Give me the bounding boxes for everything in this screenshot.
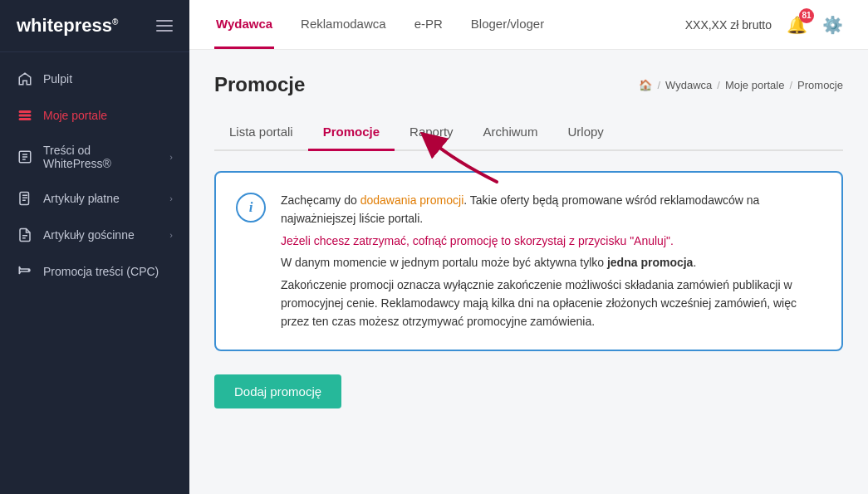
sidebar-item-label: Promocja treści (CPC): [43, 265, 159, 278]
topnav-epr[interactable]: e-PR: [413, 0, 444, 49]
settings-icon[interactable]: ⚙️: [822, 15, 843, 35]
sidebar-logo: whitepress®: [0, 0, 189, 52]
sidebar-item-label: Artykuły gościnne: [43, 228, 135, 242]
sidebar-item-label: Pulpit: [43, 72, 72, 86]
edit-icon: [17, 149, 33, 165]
breadcrumb-moje-portale[interactable]: Moje portale: [725, 79, 785, 91]
hamburger-menu[interactable]: [156, 20, 173, 32]
sidebar-item-pulpit[interactable]: Pulpit: [0, 61, 189, 97]
document2-icon: [17, 227, 33, 243]
notification-button[interactable]: 🔔 81: [787, 15, 807, 35]
add-promo-button[interactable]: Dodaj promocję: [214, 374, 341, 408]
info-highlight-dodawania: dodawania promocji: [360, 193, 464, 207]
sidebar-item-moje-portale[interactable]: Moje portale: [0, 97, 189, 134]
svg-rect-2: [19, 119, 31, 120]
info-i-letter: i: [249, 199, 253, 216]
info-box: i Zachęcamy do dodawania promocji. Takie…: [214, 171, 843, 351]
info-line-2: Jeżeli chcesz zatrzymać, cofnąć promocję…: [281, 232, 821, 250]
sidebar-item-label: Moje portale: [43, 109, 107, 122]
top-nav: Wydawca Reklamodawca e-PR Bloger/vloger …: [189, 0, 868, 50]
breadcrumb-wydawca[interactable]: Wydawca: [665, 79, 712, 91]
topnav-right: XXX,XX zł brutto 🔔 81 ⚙️: [685, 15, 843, 35]
main-content: Wydawca Reklamodawca e-PR Bloger/vloger …: [189, 0, 868, 494]
topnav-links: Wydawca Reklamodawca e-PR Bloger/vloger: [214, 0, 546, 49]
sidebar-item-artykuly-platne[interactable]: Artykuły płatne ›: [0, 180, 189, 217]
sidebar-item-tresci[interactable]: Treści od WhitePress® ›: [0, 134, 189, 180]
notification-badge: 81: [799, 8, 814, 23]
megaphone-icon: [17, 263, 33, 280]
info-bold-jedna: jedna promocja: [607, 256, 693, 269]
topnav-bloger[interactable]: Bloger/vloger: [469, 0, 546, 49]
sidebar-nav: Pulpit Moje portale Treści od WhitePress…: [0, 52, 189, 494]
info-line-4: Zakończenie promocji oznacza wyłącznie z…: [281, 276, 821, 331]
tabs-container: Lista portali Promocje Raporty Archiwum …: [214, 116, 843, 151]
page-title: Promocje: [214, 73, 305, 96]
info-icon: i: [236, 193, 266, 223]
breadcrumb-sep: /: [657, 79, 660, 91]
tab-lista-portali[interactable]: Lista portali: [214, 116, 308, 151]
sidebar-item-artykuly-goscinne[interactable]: Artykuły gościnne ›: [0, 217, 189, 253]
document-icon: [17, 190, 33, 207]
home-icon: [17, 71, 33, 87]
tab-urlopy[interactable]: Urlopy: [552, 116, 618, 151]
svg-rect-0: [19, 111, 31, 113]
breadcrumb-home-icon[interactable]: 🏠: [639, 79, 652, 91]
sidebar-item-promocja-tresci[interactable]: Promocja treści (CPC): [0, 253, 189, 290]
breadcrumb: 🏠 / Wydawca / Moje portale / Promocje: [639, 79, 843, 91]
logo: whitepress®: [17, 15, 118, 37]
breadcrumb-current: Promocje: [797, 79, 843, 91]
page-content: Promocje 🏠 / Wydawca / Moje portale / Pr…: [189, 50, 868, 494]
sidebar-item-label: Artykuły płatne: [43, 192, 120, 205]
topnav-wydawca[interactable]: Wydawca: [214, 0, 274, 49]
breadcrumb-sep: /: [789, 79, 792, 91]
logo-press: press: [63, 15, 112, 36]
info-line-3: W danym momencie w jednym portalu może b…: [281, 253, 821, 271]
info-line-1: Zachęcamy do dodawania promocji. Takie o…: [281, 191, 821, 228]
logo-reg: ®: [112, 17, 118, 27]
tabs: Lista portali Promocje Raporty Archiwum …: [214, 116, 843, 151]
tab-archiwum[interactable]: Archiwum: [468, 116, 553, 151]
chevron-right-icon: ›: [169, 230, 173, 240]
list-icon: [17, 107, 33, 124]
breadcrumb-sep: /: [717, 79, 720, 91]
sidebar: whitepress® Pulpit Moje portale Treści o…: [0, 0, 189, 494]
chevron-right-icon: ›: [169, 152, 173, 162]
svg-rect-1: [19, 115, 31, 116]
topnav-reklamodawca[interactable]: Reklamodawca: [299, 0, 388, 49]
sidebar-item-label: Treści od WhitePress®: [43, 144, 159, 170]
logo-white: white: [17, 15, 63, 36]
balance-amount: XXX,XX zł brutto: [685, 18, 772, 32]
info-text-content: Zachęcamy do dodawania promocji. Takie o…: [281, 191, 821, 331]
tab-promocje[interactable]: Promocje: [308, 116, 395, 151]
tab-raporty[interactable]: Raporty: [395, 116, 468, 151]
page-header: Promocje 🏠 / Wydawca / Moje portale / Pr…: [214, 73, 843, 96]
chevron-right-icon: ›: [169, 193, 173, 203]
